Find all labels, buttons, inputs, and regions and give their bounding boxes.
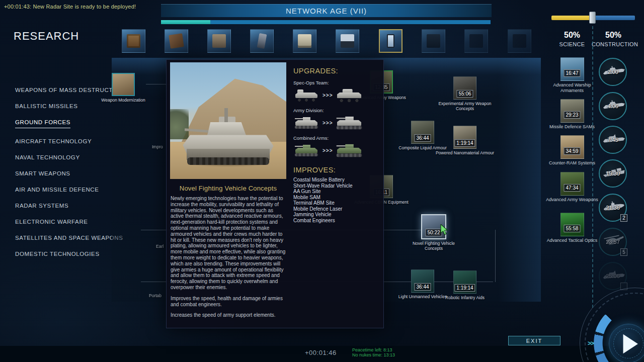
deploy-timer-cargo-ship[interactable]: 19:30 [599, 159, 627, 188]
no-nukes-time: No nukes time: 13:13 [352, 352, 395, 357]
infantry-fighting-vehicle-icon [293, 143, 319, 158]
research-queue-item[interactable]: 29:23 Missile Defence SAMs [544, 99, 600, 130]
deploy-timer-ship-faded[interactable]: 25:06 [599, 262, 627, 290]
fast-forward-icon[interactable]: >> [588, 340, 594, 347]
television-icon [127, 34, 140, 48]
photo-tank-silhouette [183, 111, 273, 165]
upgrade-arrow: >>> [323, 120, 333, 126]
science-allocation-bar [551, 16, 593, 20]
brick-phone-icon [257, 33, 267, 49]
allocation-slider-handle[interactable] [589, 12, 596, 24]
era-icon-desktop-pc[interactable] [293, 29, 316, 53]
era-icon-laptop[interactable] [336, 29, 359, 53]
era-icon-television[interactable] [122, 29, 145, 53]
research-queue-item[interactable]: 34:59 Counter-RAM Systems [544, 135, 600, 166]
advanced-tactical-optics-thumb: 55:58 [560, 213, 584, 236]
tree-node-novel-fighting-vehicle-concepts[interactable]: 50:22 Novel Fighting Vehicle Concepts [404, 214, 464, 251]
improves-item: Coastal Missile Battery [293, 177, 380, 183]
tree-connector [495, 230, 496, 282]
research-queue-item[interactable]: 16:47 Advanced Warship Armaments [544, 57, 600, 93]
research-screen: +00:01:43: New Radar Site is ready to be… [0, 0, 644, 362]
tech-photo-tank [170, 62, 286, 179]
tree-node-experimental-army-weapon-concepts[interactable]: 55:06 Experimental Army Weapon Concepts [435, 76, 495, 111]
sidebar-item-smart-weapons[interactable]: SMART WEAPONS [15, 170, 70, 176]
era-icon-radio[interactable] [165, 29, 188, 53]
era-title: NETWORK AGE (VII) [286, 7, 367, 15]
future-tech-icon [513, 34, 526, 48]
research-queue-item[interactable]: 55:58 Advanced Tactical Optics [544, 213, 600, 243]
game-cursor-icon [440, 224, 449, 235]
sidebar-item-air-missile-defence[interactable]: AIR AND MISSILE DEFENCE [15, 187, 99, 193]
improves-list: Coastal Missile Battery Short-Wave Radar… [293, 177, 380, 223]
upgrade-row-label: Combined Arms: [293, 135, 380, 141]
improves-item: Mobile SAM [293, 195, 380, 200]
deploy-timer-submarine[interactable]: 21:36 2 [599, 194, 627, 222]
radio-icon [169, 33, 184, 48]
play-button[interactable] [609, 324, 644, 362]
science-percent: 50% [550, 31, 594, 40]
light-unmanned-vehicles-thumb: 36:44 [411, 269, 434, 293]
advanced-infantry-fighting-vehicle-icon [335, 142, 363, 159]
armored-patrol-vehicle-icon [335, 87, 363, 104]
sidebar-item-ballistic-missiles[interactable]: BALLISTIC MISSILES [15, 103, 78, 109]
era-progress-bar [161, 20, 491, 24]
research-queue-item[interactable]: 47:34 Advanced Army Weapons [544, 172, 600, 203]
advanced-warship-armaments-thumb: 16:47 [560, 57, 584, 81]
future-tech-icon [469, 34, 483, 48]
advanced-army-weapons-thumb: 47:34 [560, 172, 584, 196]
missile-defence-sams-thumb: 29:23 [560, 99, 584, 123]
tree-node-robotic-infantry-aids[interactable]: 1:19:14 Robotic Infantry Aids [435, 270, 495, 300]
sidebar-item-satellites-space[interactable]: SATELLITES AND SPACE WEAPONS [15, 235, 123, 241]
sidebar-item-aircraft-technology[interactable]: AIRCRAFT TECHNOLOGY [15, 138, 92, 144]
research-category-list: WEAPONS OF MASS DESTRUCTION BALLISTIC MI… [15, 87, 124, 267]
tech-title: Novel Fighting Vehicle Concepts [170, 185, 286, 192]
sidebar-item-radar-systems[interactable]: RADAR SYSTEMS [15, 203, 68, 209]
sidebar-item-domestic-tech[interactable]: DOMESTIC TECHNOLOGIES [15, 251, 100, 257]
tree-node-weapon-modernization[interactable]: Weapon Modernization [93, 73, 153, 103]
laptop-icon [341, 34, 354, 48]
exit-button[interactable]: EXIT [508, 336, 560, 345]
tree-node-powered-nanomaterial-armour[interactable]: 1:19:14 Powered Nanomaterial Armour [435, 126, 495, 155]
era-icon-smartphone-selected[interactable] [379, 29, 403, 53]
upgrade-row-label: Spec-Ops Team: [293, 80, 380, 85]
event-notification[interactable]: +00:01:43: New Radar Site is ready to be… [4, 4, 136, 10]
unit-count-badge: 2 [620, 214, 627, 222]
era-progress-fill [161, 20, 210, 24]
era-title-bar: NETWORK AGE (VII) [161, 4, 492, 17]
improves-item: Jamming Vehicle [293, 212, 380, 217]
deploy-timer-helicopter[interactable]: 23:57 5 [599, 228, 627, 256]
counter-ram-systems-thumb: 34:59 [560, 135, 584, 159]
sidebar-item-naval-technology[interactable]: NAVAL TECHNOLOGY [15, 154, 80, 160]
era-icon-future-2[interactable] [508, 29, 531, 53]
deploy-timer-warship[interactable]: 7:45 [599, 126, 627, 154]
sidebar-item-ground-forces[interactable]: GROUND FORCES [15, 119, 70, 128]
peacetime-left: Peacetime left: 8:13 [352, 347, 395, 352]
deploy-timer-destroyer[interactable]: 2:00 [599, 58, 627, 86]
improves-item: AA Gun Site [293, 189, 380, 194]
improves-item: Short-Wave Radar Vehicle [293, 183, 380, 189]
partially-hidden-node-label: Impro [152, 144, 163, 149]
description-paragraph: Improves the speed, health and damage of… [171, 296, 286, 308]
improves-heading: IMPROVES: [293, 166, 380, 174]
partially-hidden-node-label: Earl [156, 244, 164, 249]
era-icon-early-computer[interactable] [207, 29, 231, 53]
upgrade-row-army-division: >>> [293, 115, 380, 130]
construction-percent: 50% [592, 31, 635, 40]
construction-caption: CONSTRUCTION [592, 41, 635, 47]
tech-description: Newly emerging technologies have the pot… [171, 196, 286, 323]
improves-item: Combat Engineers [293, 218, 380, 223]
upgrade-row-spec-ops: >>> [293, 87, 380, 103]
early-computer-icon [212, 34, 226, 48]
main-battle-tank-icon [293, 115, 319, 130]
era-icon-future-1[interactable] [464, 29, 488, 53]
description-paragraph: Increases the speed of army support elem… [171, 312, 286, 318]
upgrades-heading: UPGRADES: [293, 67, 380, 75]
smartphone-icon [387, 34, 394, 48]
powered-nanomaterial-armour-thumb: 1:19:14 [453, 126, 476, 149]
deploy-timer-destroyer[interactable]: 4:06 [599, 92, 627, 120]
improves-item: Terminal ABM Site [293, 200, 380, 206]
era-icon-smartwatch[interactable] [422, 29, 445, 53]
era-icon-brick-phone[interactable] [250, 29, 274, 53]
smartwatch-icon [427, 34, 440, 48]
sidebar-item-electronic-warfare[interactable]: ELECTRONIC WARFARE [15, 219, 88, 225]
